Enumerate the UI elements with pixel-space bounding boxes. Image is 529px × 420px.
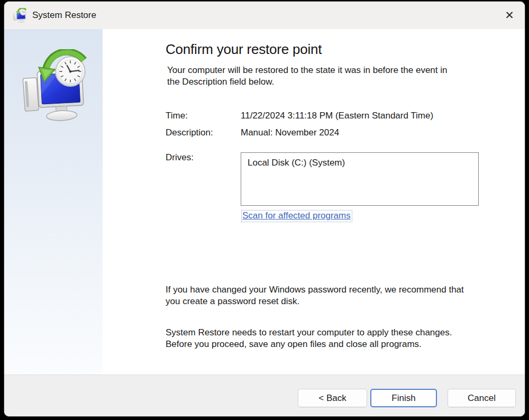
finish-button[interactable]: Finish (370, 389, 437, 407)
wizard-footer: < Back Finish Cancel (4, 375, 525, 416)
window-title: System Restore (32, 10, 96, 21)
password-note-line: If you have changed your Windows passwor… (166, 284, 485, 296)
time-row: Time: 11/22/2024 3:11:18 PM (Eastern Sta… (166, 110, 485, 122)
drive-item: Local Disk (C:) (System) (248, 158, 345, 168)
intro-text: Your computer will be restored to the st… (167, 65, 485, 88)
system-restore-icon (18, 49, 89, 123)
scan-affected-programs-link[interactable]: Scan for affected programs (241, 210, 352, 222)
cancel-button[interactable]: Cancel (448, 389, 516, 407)
drives-column: Local Disk (C:) (System) Scan for affect… (241, 152, 479, 222)
restart-note-line: System Restore needs to restart your com… (166, 327, 485, 339)
wizard-sidebar (4, 29, 103, 375)
close-icon[interactable]: ✕ (501, 8, 518, 23)
titlebar: System Restore ✕ (4, 2, 525, 29)
drives-row: Drives: Local Disk (C:) (System) Scan fo… (166, 152, 485, 222)
description-row: Description: Manual: November 2024 (166, 127, 485, 139)
description-label: Description: (166, 127, 241, 139)
page-title: Confirm your restore point (166, 41, 485, 58)
wizard-body: Confirm your restore point Your computer… (4, 29, 525, 375)
system-restore-icon (12, 8, 28, 23)
wizard-main-panel: Confirm your restore point Your computer… (103, 29, 525, 375)
description-value: Manual: November 2024 (241, 127, 339, 139)
password-note-line: you create a password reset disk. (166, 296, 485, 307)
restart-note: System Restore needs to restart your com… (166, 327, 485, 350)
password-note: If you have changed your Windows passwor… (166, 284, 485, 307)
drives-listbox[interactable]: Local Disk (C:) (System) (241, 152, 479, 206)
back-button[interactable]: < Back (298, 389, 367, 407)
system-restore-window: System Restore ✕ Confirm your restore po… (4, 2, 525, 416)
time-label: Time: (166, 110, 241, 122)
intro-line: the Description field below. (167, 76, 485, 88)
restart-note-line: Before you proceed, save any open files … (166, 339, 485, 350)
restore-point-details: Time: 11/22/2024 3:11:18 PM (Eastern Sta… (166, 110, 485, 139)
intro-line: Your computer will be restored to the st… (167, 65, 485, 76)
drives-label: Drives: (166, 152, 241, 222)
time-value: 11/22/2024 3:11:18 PM (Eastern Standard … (241, 110, 433, 122)
